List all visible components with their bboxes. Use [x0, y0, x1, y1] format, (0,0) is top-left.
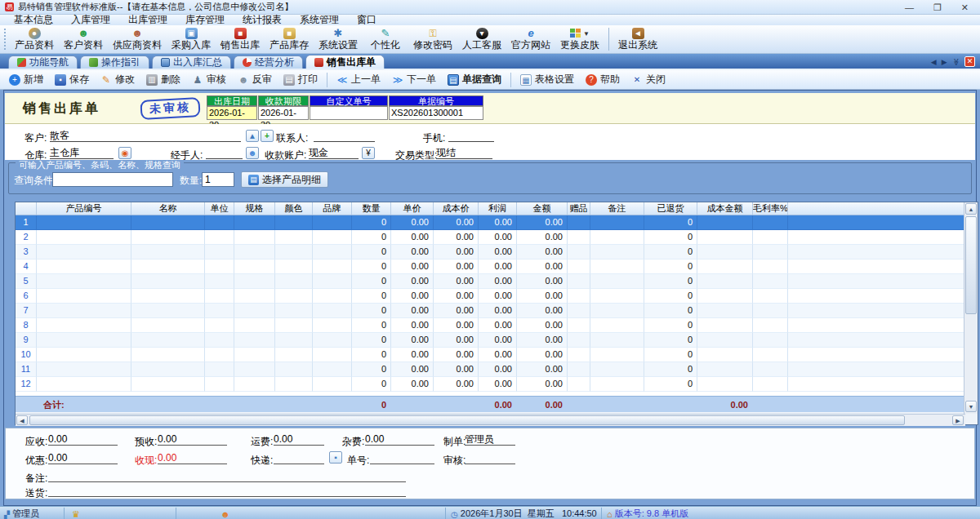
table-row[interactable]: 200.000.000.000.000	[16, 230, 964, 245]
delivery-field[interactable]	[48, 485, 406, 497]
close-icon[interactable]: ✕	[961, 1, 969, 14]
table-row[interactable]: 1100.000.000.000.000	[16, 362, 964, 377]
column-header[interactable]: 规格	[234, 202, 275, 215]
tab-scroll-left-icon[interactable]: ◀	[931, 58, 937, 66]
currency-picker-icon[interactable]: ¥	[362, 147, 375, 159]
product-stock-button[interactable]: ■ 产品库存	[265, 26, 314, 53]
tab-scroll-right-icon[interactable]: ▶	[942, 58, 947, 66]
tab-function-nav[interactable]: 功能导航	[8, 55, 78, 69]
phone-field[interactable]	[448, 130, 494, 142]
change-skin-button[interactable]: ▼ 更换皮肤	[555, 26, 604, 53]
warehouse-picker-icon[interactable]: ◉	[118, 147, 131, 159]
scroll-right-icon[interactable]: ▶	[952, 415, 964, 425]
scroll-up-icon[interactable]: ▲	[965, 203, 977, 215]
remark-field[interactable]	[48, 470, 406, 482]
delete-button[interactable]: ▥删除	[140, 72, 186, 88]
handler-field[interactable]	[206, 147, 243, 159]
handler-picker-icon[interactable]: ☻	[246, 147, 259, 159]
menu-outbound[interactable]: 出库管理	[119, 15, 176, 25]
exit-system-button[interactable]: ◄ 退出系统	[613, 26, 662, 53]
customer-field[interactable]: 散客	[50, 130, 241, 142]
cash-received-field[interactable]: 0.00	[158, 452, 227, 464]
table-row[interactable]: 500.000.000.000.000	[16, 274, 964, 289]
column-header[interactable]: 利润	[479, 202, 517, 215]
trade-type-field[interactable]: 现结	[436, 147, 492, 159]
order-number-field[interactable]: XS202601300001	[389, 106, 483, 120]
table-row[interactable]: 1200.000.000.000.000	[16, 377, 964, 392]
express-field[interactable]	[274, 452, 324, 464]
change-password-button[interactable]: ⚿ 修改密码	[408, 26, 457, 53]
next-order-button[interactable]: ≫下一单	[386, 72, 442, 88]
express-picker-icon[interactable]: ▪	[329, 451, 342, 464]
tab-list-icon[interactable]: ≫	[951, 58, 960, 65]
close-tab-button[interactable]: ✕关闭	[626, 72, 671, 88]
horizontal-scrollbar[interactable]: ◀ ▶	[16, 414, 965, 426]
menu-inventory[interactable]: 库存管理	[176, 15, 234, 25]
misc-fee-field[interactable]: 0.00	[365, 433, 434, 446]
customer-info-button[interactable]: ☻ 客户资料	[59, 26, 108, 53]
menu-reports[interactable]: 统计报表	[234, 15, 291, 25]
column-header[interactable]: 赠品	[568, 202, 590, 215]
receivable-field[interactable]: 0.00	[48, 433, 118, 446]
column-header[interactable]: 备注	[590, 202, 644, 215]
query-qty-input[interactable]: 1	[202, 172, 234, 187]
table-row[interactable]: 800.000.000.000.000	[16, 318, 964, 333]
payment-deadline-field[interactable]: 2026-01-30	[258, 106, 309, 120]
scroll-down-icon[interactable]: ▼	[965, 401, 977, 412]
tab-operation-guide[interactable]: 操作指引	[80, 55, 149, 69]
system-settings-button[interactable]: ✱ 系统设置	[314, 26, 363, 53]
select-product-button[interactable]: ▤ 选择产品明细	[241, 171, 328, 188]
table-row[interactable]: 400.000.000.000.000	[16, 260, 964, 274]
custom-number-field[interactable]	[310, 106, 388, 120]
menu-inbound[interactable]: 入库管理	[62, 15, 119, 25]
prepaid-field[interactable]: 0.00	[158, 433, 227, 446]
table-row[interactable]: 600.000.000.000.000	[16, 289, 964, 304]
column-header[interactable]: 颜色	[275, 202, 313, 215]
previous-order-button[interactable]: ≪上一单	[331, 72, 386, 88]
unaudit-button[interactable]: ☻反审	[232, 72, 278, 88]
minimize-icon[interactable]: —	[905, 1, 914, 14]
audit-button[interactable]: ♟审核	[186, 72, 232, 88]
product-info-button[interactable]: ● 产品资料	[10, 26, 59, 53]
query-condition-input[interactable]	[52, 172, 173, 187]
column-header[interactable]: 品牌	[313, 202, 352, 215]
column-header[interactable]: 名称	[131, 202, 205, 215]
table-row[interactable]: 700.000.000.000.000	[16, 304, 964, 318]
warehouse-field[interactable]: 主仓库	[50, 147, 114, 159]
help-button[interactable]: ?帮助	[580, 72, 626, 88]
column-header[interactable]: 成本价	[434, 202, 479, 215]
save-button[interactable]: ▪保存	[49, 72, 95, 88]
discount-field[interactable]: 0.00	[48, 452, 118, 464]
add-customer-icon[interactable]: +	[261, 130, 274, 142]
contact-field[interactable]	[314, 130, 375, 142]
column-header[interactable]: 产品编号	[37, 202, 131, 215]
tab-business-analysis[interactable]: 经营分析	[234, 55, 303, 69]
column-header[interactable]: 已退货	[644, 202, 697, 215]
column-header[interactable]: 毛利率%	[753, 202, 788, 215]
tab-inout-summary[interactable]: 出入库汇总	[152, 55, 231, 69]
customer-service-button[interactable]: ▾ 人工客服	[457, 26, 506, 53]
outbound-date-field[interactable]: 2026-01-30	[207, 106, 257, 120]
menu-basic-info[interactable]: 基本信息	[5, 15, 62, 25]
column-header[interactable]: 成本金额	[697, 202, 753, 215]
vscroll-thumb[interactable]	[965, 216, 977, 314]
table-row[interactable]: 300.000.000.000.000	[16, 245, 964, 260]
edit-button[interactable]: ✎修改	[95, 72, 140, 88]
tab-close-button[interactable]: ✕	[964, 56, 975, 67]
table-row[interactable]: 900.000.000.000.000	[16, 333, 964, 348]
table-row[interactable]: 1000.000.000.000.000	[16, 348, 964, 362]
restore-icon[interactable]: ❐	[933, 1, 942, 14]
menu-window[interactable]: 窗口	[348, 15, 385, 25]
tracking-number-field[interactable]	[370, 452, 434, 464]
menu-system[interactable]: 系统管理	[291, 15, 348, 25]
scroll-left-icon[interactable]: ◀	[16, 415, 28, 425]
official-website-button[interactable]: e 官方网站	[506, 26, 555, 53]
tab-sales-outbound-order[interactable]: 销售出库单	[305, 55, 385, 69]
hscroll-thumb[interactable]	[29, 415, 905, 425]
table-row[interactable]: 100.000.000.000.000	[16, 215, 964, 230]
customer-picker-icon[interactable]: ▲	[246, 130, 259, 142]
column-header[interactable]: 数量	[352, 202, 391, 215]
personalize-button[interactable]: ✎ 个性化	[363, 26, 408, 53]
column-header[interactable]: 单价	[391, 202, 434, 215]
sales-outbound-button[interactable]: ■ 销售出库	[216, 26, 265, 53]
